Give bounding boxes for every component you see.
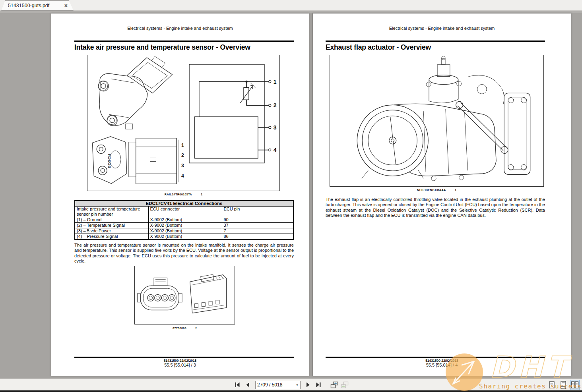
tab-close-icon[interactable]: × — [64, 3, 68, 8]
figureR-caption-code: NHIL13ENG1364AA — [417, 188, 446, 192]
single-page-view-button[interactable] — [547, 380, 557, 390]
running-head: Electrical systems - Engine intake and e… — [313, 26, 571, 31]
page-left: Electrical systems - Engine intake and e… — [51, 13, 309, 376]
figure1-caption-code: RAIL14TR00105TA — [165, 193, 192, 196]
footer-reference: 51431500 22/02/2018 — [313, 359, 571, 363]
tab-bar: 51431500-guts.pdf × — [0, 0, 582, 11]
next-view-icon — [341, 381, 349, 388]
previous-view-button[interactable] — [330, 380, 339, 389]
cell-ecu-pin: 7 — [222, 228, 293, 234]
table-row: (3) – 5 vdc Power X-9002 (Bottom) 7 — [75, 228, 293, 234]
previous-page-icon — [245, 382, 250, 388]
cell-pin: (3) – 5 vdc Power — [75, 228, 148, 234]
footer-rule — [74, 357, 294, 358]
single-page-view-icon — [549, 381, 555, 389]
terminal-label-2: 2 — [274, 102, 277, 108]
cell-connector: X-9002 (Bottom) — [148, 228, 222, 234]
page-number-combobox[interactable]: ▼ — [255, 381, 301, 389]
continuous-view-button[interactable] — [559, 380, 568, 390]
footer-section-number: 55.5 [55.014] / 3 — [51, 363, 309, 367]
continuous-view-icon — [560, 381, 566, 389]
pin-number-1: 1 — [181, 143, 184, 148]
terminal-label-4: 4 — [274, 147, 277, 153]
cell-ecu-pin: 90 — [222, 217, 293, 223]
next-page-button[interactable] — [304, 380, 312, 389]
sensor-circuit-figure: BOSCH 1 2 3 4 — [87, 55, 280, 191]
previous-page-button[interactable] — [243, 380, 252, 389]
figure2-caption: 877008092 — [134, 326, 235, 330]
connector-drawing — [135, 266, 235, 324]
pdf-viewer-window: 51431500-guts.pdf × Electrical systems -… — [0, 0, 582, 392]
first-page-icon — [234, 382, 241, 388]
footer-reference: 51431500 22/02/2018 — [51, 359, 309, 363]
tab-title: 51431500-guts.pdf — [8, 3, 62, 8]
next-view-button[interactable] — [340, 380, 349, 389]
footer-section-number: 55.5 [55.014] / 4 — [313, 363, 571, 367]
footer-rule — [326, 357, 545, 358]
table-row: (4) – Pressure Signal X-9002 (Bottom) 86 — [75, 234, 293, 240]
section-title: Exhaust flap actuator - Overview — [326, 43, 431, 52]
figure1-caption-number: 1 — [201, 193, 202, 196]
cell-ecu-pin: 37 — [222, 223, 293, 228]
bosch-label: BOSCH — [107, 154, 111, 168]
figure2-caption-code: 87700809 — [173, 326, 186, 330]
two-page-view-icon — [571, 381, 579, 389]
column-header-ecu-connector: ECU connector — [148, 207, 222, 217]
exhaust-flap-actuator-figure — [330, 55, 544, 187]
figureR-caption-number: 1 — [455, 188, 456, 192]
two-page-view-button[interactable] — [570, 380, 580, 390]
cell-connector: X-9002 (Bottom) — [148, 234, 222, 240]
pin-number-3: 3 — [181, 163, 184, 168]
table-title: EDC17CV41 Electrical Connections — [75, 201, 293, 207]
column-header-ecu-pin: ECU pin — [222, 207, 293, 217]
cell-pin: (1) – Ground — [75, 217, 148, 223]
header-rule — [74, 41, 294, 42]
body-paragraph: The exhaust flap is an electrically cont… — [326, 197, 545, 218]
connector-figure — [134, 266, 235, 324]
document-canvas[interactable]: Electrical systems - Engine intake and e… — [0, 13, 582, 378]
sensor-circuit-drawing: BOSCH 1 2 3 4 — [87, 55, 279, 191]
pin-number-4: 4 — [181, 173, 184, 179]
table-row: (2) – Temperature Signal X-9002 (Bottom)… — [75, 223, 293, 228]
last-page-button[interactable] — [314, 380, 323, 389]
figure1-caption: RAIL14TR00105TA1 — [87, 193, 280, 196]
cell-pin: (2) – Temperature Signal — [75, 223, 148, 228]
cell-connector: X-9002 (Bottom) — [148, 223, 222, 228]
terminal-label-1: 1 — [274, 79, 277, 85]
terminal-label-3: 3 — [274, 124, 277, 131]
figure2-caption-number: 2 — [195, 326, 197, 330]
last-page-icon — [315, 382, 322, 388]
header-rule — [326, 41, 545, 42]
section-title: Intake air pressure and temperature sens… — [74, 43, 250, 52]
first-page-button[interactable] — [233, 380, 242, 389]
next-page-icon — [305, 382, 311, 388]
column-header-pin-number: Intake pressure and temperature sensor p… — [75, 207, 148, 217]
page-navigation-toolbar: ▼ — [0, 378, 582, 392]
exhaust-flap-actuator-drawing — [330, 55, 543, 186]
window-bottom-edge — [0, 390, 582, 392]
cell-pin: (4) – Pressure Signal — [75, 234, 148, 240]
page-number-input[interactable] — [256, 381, 294, 389]
page-right: Electrical systems - Engine intake and e… — [312, 13, 571, 376]
document-tab[interactable]: 51431500-guts.pdf × — [1, 0, 74, 11]
cell-ecu-pin: 86 — [222, 234, 293, 240]
table-title-row: EDC17CV41 Electrical Connections — [75, 201, 293, 207]
pin-number-2: 2 — [181, 153, 184, 158]
running-head: Electrical systems - Engine intake and e… — [51, 26, 309, 31]
table-row: (1) – Ground X-9002 (Bottom) 90 — [75, 217, 293, 223]
body-paragraph: The air pressure and temperature sensor … — [74, 243, 294, 264]
table-header-row: Intake pressure and temperature sensor p… — [75, 207, 293, 217]
dropdown-caret-icon[interactable]: ▼ — [294, 381, 300, 389]
figureR-caption: NHIL13ENG1364AA1 — [330, 188, 544, 192]
cell-connector: X-9002 (Bottom) — [148, 217, 222, 223]
electrical-connections-table: EDC17CV41 Electrical Connections Intake … — [74, 200, 294, 240]
previous-view-icon — [330, 381, 338, 388]
